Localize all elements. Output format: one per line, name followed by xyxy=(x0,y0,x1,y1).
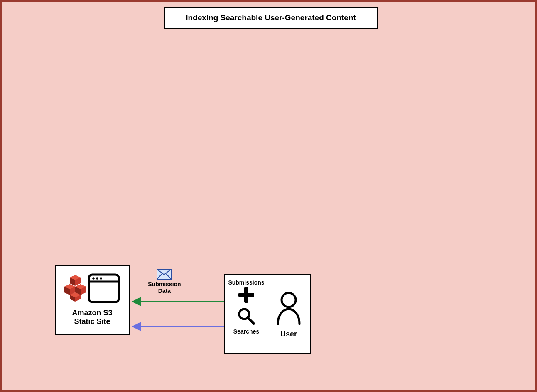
magnifier-icon xyxy=(237,307,255,327)
user-icon xyxy=(274,290,304,327)
node-user: Submissions xyxy=(224,274,311,354)
node-user-label: User xyxy=(280,330,297,338)
diagram-title-text: Indexing Searchable User-Generated Conte… xyxy=(186,13,356,22)
edge-submission-line2: Data xyxy=(158,287,171,294)
user-submissions-label: Submissions xyxy=(228,279,264,286)
s3-bucket-icon xyxy=(64,275,86,303)
edge-submission-line1: Submission xyxy=(148,281,181,287)
node-s3-label-line2: Static Site xyxy=(74,317,110,326)
svg-point-15 xyxy=(96,277,98,280)
svg-rect-18 xyxy=(238,293,254,297)
node-amazon-s3-static-site: Amazon S3 Static Site xyxy=(55,265,130,335)
diagram-title: Indexing Searchable User-Generated Conte… xyxy=(164,7,378,29)
envelope-icon xyxy=(157,269,172,281)
svg-point-14 xyxy=(92,277,95,280)
plus-icon xyxy=(237,286,255,306)
diagram-canvas: Indexing Searchable User-Generated Conte… xyxy=(0,0,537,392)
edge-submission-caption: Submission Data xyxy=(146,281,183,294)
browser-window-icon xyxy=(88,273,120,305)
node-s3-label-line1: Amazon S3 xyxy=(72,309,112,317)
node-s3-label: Amazon S3 Static Site xyxy=(56,309,129,326)
svg-line-20 xyxy=(248,317,254,324)
s3-icon-group xyxy=(56,272,129,306)
svg-point-21 xyxy=(282,293,296,307)
user-searches-label: Searches xyxy=(233,328,259,335)
svg-point-16 xyxy=(100,277,102,280)
